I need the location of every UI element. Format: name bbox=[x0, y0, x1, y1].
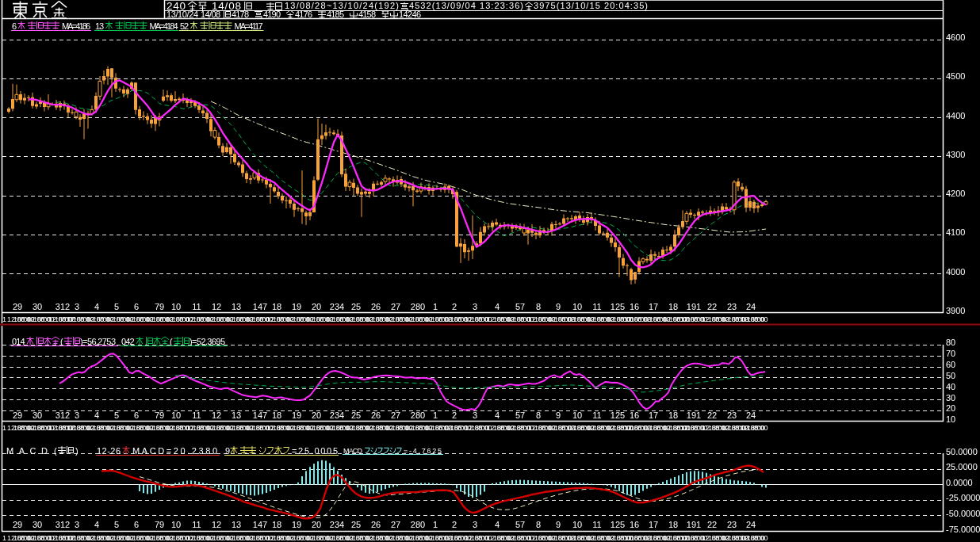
svg-text:4500: 4500 bbox=[946, 71, 965, 81]
svg-text:1: 1 bbox=[2, 424, 6, 432]
svg-text:MA=4184: MA=4184 bbox=[150, 21, 178, 31]
svg-text:30: 30 bbox=[946, 393, 955, 403]
svg-text:8: 8 bbox=[536, 520, 541, 529]
svg-text:191: 191 bbox=[687, 520, 701, 529]
svg-text:3: 3 bbox=[75, 520, 79, 529]
svg-text:4100: 4100 bbox=[946, 227, 965, 237]
svg-text:3: 3 bbox=[473, 410, 477, 420]
svg-text:4400: 4400 bbox=[946, 111, 965, 120]
svg-text:11: 11 bbox=[592, 520, 601, 529]
svg-text:125: 125 bbox=[611, 520, 625, 529]
svg-text:30: 30 bbox=[33, 520, 42, 529]
svg-text:18: 18 bbox=[668, 410, 678, 420]
svg-text:234: 234 bbox=[330, 410, 344, 420]
svg-text:1: 1 bbox=[433, 302, 438, 311]
svg-text:52: 52 bbox=[180, 21, 189, 31]
svg-text:24: 24 bbox=[746, 520, 756, 529]
svg-text:18: 18 bbox=[272, 302, 281, 311]
svg-text:50: 50 bbox=[946, 371, 955, 380]
svg-text:3900: 3900 bbox=[946, 306, 965, 315]
svg-text:1: 1 bbox=[2, 534, 6, 542]
svg-text:3: 3 bbox=[473, 302, 477, 311]
svg-text:MACD=20.2380: MACD=20.2380 bbox=[132, 446, 218, 456]
svg-text:8:00: 8:00 bbox=[754, 424, 768, 432]
svg-text:4200: 4200 bbox=[946, 189, 965, 198]
svg-text:312: 312 bbox=[56, 520, 70, 529]
svg-text:4176: 4176 bbox=[295, 10, 312, 19]
svg-text:4185: 4185 bbox=[327, 10, 344, 19]
svg-text:280: 280 bbox=[411, 410, 425, 420]
svg-text:1: 1 bbox=[433, 520, 438, 529]
svg-text:60: 60 bbox=[946, 360, 955, 369]
svg-text:30: 30 bbox=[33, 302, 42, 311]
svg-text:)=56.2753: )=56.2753 bbox=[80, 337, 116, 346]
svg-text:6: 6 bbox=[12, 21, 17, 31]
svg-text:12: 12 bbox=[212, 520, 221, 529]
svg-text:2: 2 bbox=[452, 520, 457, 529]
svg-text:(: ( bbox=[60, 337, 63, 346]
svg-text:22: 22 bbox=[707, 410, 717, 420]
svg-text:26: 26 bbox=[371, 302, 381, 311]
svg-text:25.0000: 25.0000 bbox=[946, 462, 978, 471]
svg-text:22: 22 bbox=[707, 302, 717, 311]
svg-text:26: 26 bbox=[371, 410, 381, 420]
svg-text:280: 280 bbox=[411, 520, 425, 529]
svg-text:9: 9 bbox=[556, 410, 561, 420]
svg-text:4: 4 bbox=[94, 520, 99, 529]
svg-text:3: 3 bbox=[75, 302, 79, 311]
svg-text:5: 5 bbox=[114, 410, 119, 420]
svg-text:12: 12 bbox=[212, 410, 221, 420]
svg-text:18: 18 bbox=[668, 520, 678, 529]
svg-text:18: 18 bbox=[668, 302, 678, 311]
svg-text:29: 29 bbox=[13, 520, 22, 529]
svg-text:14246: 14246 bbox=[399, 10, 421, 19]
svg-text:80: 80 bbox=[946, 338, 955, 347]
svg-text:27: 27 bbox=[391, 520, 400, 529]
svg-text:9: 9 bbox=[556, 520, 561, 529]
svg-text:4300: 4300 bbox=[946, 150, 965, 159]
svg-text:1: 1 bbox=[433, 410, 438, 420]
svg-text:11: 11 bbox=[192, 410, 201, 420]
svg-text:280: 280 bbox=[411, 302, 425, 311]
svg-text:=-4.7625: =-4.7625 bbox=[404, 447, 442, 455]
svg-text:5: 5 bbox=[114, 302, 119, 311]
svg-text:29: 29 bbox=[13, 410, 22, 420]
svg-text:(: ( bbox=[54, 446, 57, 456]
svg-text:11: 11 bbox=[592, 410, 601, 420]
svg-text:0.0000: 0.0000 bbox=[946, 478, 973, 487]
svg-text:042: 042 bbox=[121, 337, 135, 346]
svg-text:6: 6 bbox=[134, 520, 139, 529]
svg-text:57: 57 bbox=[515, 410, 525, 420]
svg-text:MACD: MACD bbox=[343, 447, 363, 455]
svg-text:20: 20 bbox=[312, 520, 321, 529]
svg-text:79: 79 bbox=[155, 520, 164, 529]
svg-text:57: 57 bbox=[515, 302, 525, 311]
svg-text:147: 147 bbox=[253, 410, 267, 420]
svg-text:10: 10 bbox=[171, 302, 181, 311]
svg-text:4600: 4600 bbox=[946, 32, 965, 42]
svg-text:4: 4 bbox=[94, 410, 99, 420]
svg-text:11: 11 bbox=[192, 520, 201, 529]
svg-text:MA=4186: MA=4186 bbox=[62, 21, 90, 31]
svg-text:14/08: 14/08 bbox=[201, 10, 220, 19]
svg-text:-25.0000: -25.0000 bbox=[946, 493, 980, 502]
svg-text:4000: 4000 bbox=[946, 267, 965, 277]
svg-text:191: 191 bbox=[687, 410, 701, 420]
svg-text:10: 10 bbox=[572, 410, 582, 420]
svg-text:4: 4 bbox=[94, 302, 99, 311]
svg-text:16: 16 bbox=[630, 410, 639, 420]
svg-text:9: 9 bbox=[556, 302, 561, 311]
svg-text:57: 57 bbox=[515, 520, 525, 529]
svg-text:10: 10 bbox=[572, 302, 582, 311]
svg-text:13: 13 bbox=[232, 410, 241, 420]
svg-text:24: 24 bbox=[746, 302, 756, 311]
svg-text:79: 79 bbox=[155, 302, 164, 311]
svg-text:19: 19 bbox=[292, 520, 301, 529]
svg-text:6: 6 bbox=[134, 302, 139, 311]
svg-text:3: 3 bbox=[75, 410, 79, 420]
svg-text:12-26: 12-26 bbox=[97, 446, 121, 456]
svg-text:11: 11 bbox=[592, 302, 601, 311]
svg-text:8: 8 bbox=[536, 302, 541, 311]
svg-text:19: 19 bbox=[292, 410, 301, 420]
svg-text:12: 12 bbox=[212, 302, 221, 311]
